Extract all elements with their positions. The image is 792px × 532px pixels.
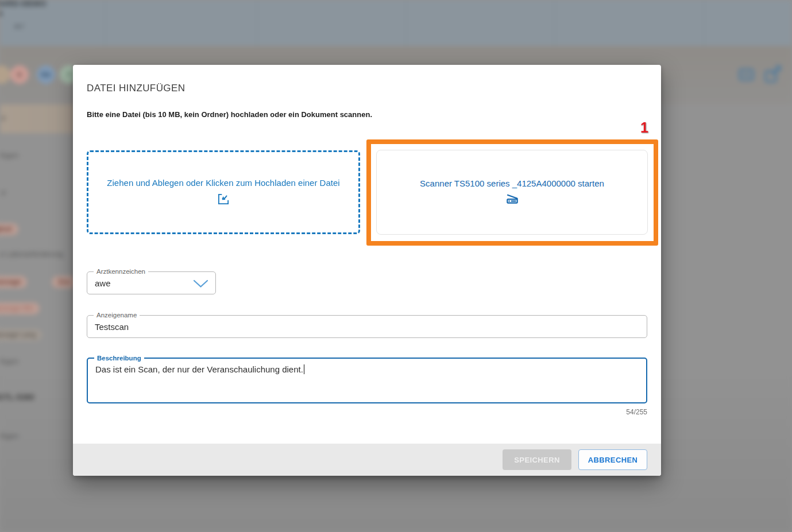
screen: OARD-DEMO A 467 B RA T d fügen d rgänzt …: [0, 0, 792, 532]
bg-list-text: fügen: [0, 357, 19, 366]
start-scanner-label: Scanner TS5100 series _4125A4000000 star…: [420, 178, 604, 188]
header-column-divider: [257, 0, 257, 46]
workspace-subtitle: A: [0, 9, 3, 18]
anzeigename-input[interactable]: Anzeigename Testscan: [87, 315, 647, 338]
save-button[interactable]: SPEICHERN: [503, 449, 571, 470]
annotation-step-number: 1: [640, 119, 648, 136]
bg-list-text: fügen: [0, 432, 19, 440]
dialog-title: DATEI HINZUFÜGEN: [87, 83, 185, 94]
workspace-title: OARD-DEMO: [0, 0, 47, 8]
header-column-divider: [554, 0, 555, 46]
upload-dropzone-label: Ziehen und Ablegen oder Klicken zum Hoch…: [101, 178, 345, 188]
add-file-dialog: DATEI HINZUFÜGEN Bitte eine Datei (bis 1…: [73, 65, 661, 476]
avatar: B: [10, 65, 29, 84]
bg-status-badge: rgänzt: [0, 223, 18, 235]
header-column-divider: [405, 0, 406, 46]
bg-code-label: NGTL-5380: [0, 393, 34, 402]
anzeigename-value: Testscan: [95, 322, 129, 332]
anzeigename-label: Anzeigename: [94, 311, 140, 320]
dialog-subtitle: Bitte eine Datei (bis 10 MB, kein Ordner…: [87, 110, 372, 119]
header-column-divider: [704, 0, 704, 46]
beschreibung-label: Beschreibung: [94, 354, 144, 363]
dialog-footer: SPEICHERN ABBRECHEN: [73, 444, 661, 476]
avatar-initials: RA: [41, 71, 51, 78]
upload-into-box-icon: [216, 192, 231, 207]
arztkennzeichen-value: awe: [95, 278, 111, 288]
avatar: RA: [37, 65, 55, 84]
avatar-initials: T: [67, 71, 71, 78]
scanner-icon: [505, 191, 520, 206]
cancel-button[interactable]: ABBRECHEN: [578, 449, 647, 470]
beschreibung-textarea[interactable]: Beschreibung Das ist ein Scan, der nur d…: [87, 358, 647, 403]
bg-list-text: d: [1, 188, 5, 197]
share-icon: [764, 64, 782, 85]
annotation-highlight-box: Scanner TS5100 series _4125A4000000 star…: [366, 139, 658, 246]
workspace-number: 467: [14, 23, 24, 30]
text-caret: [304, 364, 304, 374]
arztkennzeichen-label: Arztkennzeichen: [94, 267, 148, 276]
upload-dropzone[interactable]: Ziehen und Ablegen oder Klicken zum Hoch…: [87, 150, 360, 234]
bg-status-badge: eitmassage: [0, 276, 27, 288]
bg-list-text: e Laboranforderung: [0, 250, 63, 258]
app-header-strip: OARD-DEMO A 467: [0, 0, 792, 46]
start-scanner-button[interactable]: Scanner TS5100 series _4125A4000000 star…: [376, 150, 648, 235]
bg-list-text: d: [1, 114, 5, 122]
card-scanner-icon: [739, 68, 754, 81]
header-column-divider: [105, 0, 105, 46]
bg-status-badge: eitmassage NG: [0, 302, 40, 314]
arztkennzeichen-select[interactable]: Arztkennzeichen awe: [87, 271, 216, 294]
beschreibung-value: Das ist ein Scan, der nur der Veranschau…: [95, 364, 304, 374]
avatar-initials: B: [17, 71, 22, 78]
beschreibung-text: Das ist ein Scan, der nur der Veranschau…: [95, 364, 303, 374]
bg-list-text: fügen: [0, 151, 19, 160]
chevron-down-icon: [193, 279, 208, 288]
bg-status-badge: eitmassage Lang: [0, 329, 42, 341]
char-counter: 54/255: [626, 408, 647, 416]
